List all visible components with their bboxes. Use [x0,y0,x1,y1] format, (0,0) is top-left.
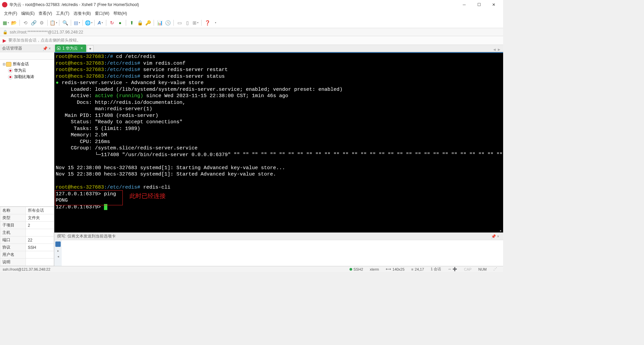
maximize-button[interactable]: ☐ [472,0,486,9]
history-button[interactable]: 🕓 [164,19,171,26]
compose-close-button[interactable]: × [496,234,500,239]
menu-window[interactable]: 窗口(W) [93,10,111,17]
menu-view[interactable]: 查看(V) [37,10,54,17]
prop-name-label: 名称 [0,207,26,214]
tab-num: 1 [62,46,65,51]
prop-proto-value: SSH [26,244,54,251]
panel-pin-button[interactable]: 📌 [43,46,47,51]
status-num: NUM [475,267,490,271]
lock-icon: 🔒 [3,30,8,34]
toolbar: ▦▾ 📂 ⟲ 🔗 ⚙ 📋▾ 🔍 ▤▾ 🌐▾ A▾ ↻ ● ⬆ 🔒 🔑 📊 🕓 ▭… [0,17,503,28]
status-cap: CAP [461,267,475,271]
status-pos: ≡ 24,17 [408,267,427,271]
panel-close-button[interactable]: × [47,46,52,51]
address-text: ssh://root:*************@121.37.96.248:2… [10,30,83,34]
session-manager-header: 会话管理器 📌 × [0,45,54,52]
prop-port-label: 端口 [0,236,26,244]
tab-close-button[interactable]: × [80,46,83,51]
session-manager-panel: 会话管理器 📌 × 🔍 ⊟ 所有会话 华为云 加勒比海涛 [0,45,54,266]
menu-file[interactable]: 文件(F) [2,10,19,17]
app-icon [2,2,7,7]
find-button[interactable]: 🔍 [61,19,69,26]
prop-desc-label: 说明 [0,259,26,266]
session-icon [8,75,13,79]
tab-next-button[interactable]: ► [497,47,501,52]
address-bar[interactable]: 🔒 ssh://root:*************@121.37.96.248… [0,28,503,36]
stats-button[interactable]: 📊 [156,19,163,26]
minimize-button[interactable]: ─ [457,0,472,9]
prop-desc-value [26,259,54,266]
layout1-button[interactable]: ▭ [176,19,183,26]
menu-tabs[interactable]: 选项卡(B) [71,10,93,17]
compose-send-button[interactable] [55,242,61,247]
menu-tools[interactable]: 工具(T) [54,10,71,17]
lock-button[interactable]: 🔒 [136,19,144,26]
more-button[interactable]: ▾ [212,19,219,26]
compose-area: ▸ ◂ [54,240,503,266]
tree-item-label: 华为云 [14,68,26,73]
window-title: 华为云 - root@hecs-327683: /etc/redis - Xsh… [9,2,457,8]
prop-name-value: 所有会话 [26,207,54,214]
session-manager-title: 会话管理器 [2,46,43,51]
session-icon [8,68,13,73]
new-session-button[interactable]: ▦▾ [2,19,9,26]
status-tray: ↔ ➕ [444,267,461,271]
compose-input[interactable] [62,240,503,266]
tab-nav: ◄ ► [492,47,503,52]
tab-label: 华为云 [66,46,78,51]
help-button[interactable]: ❓ [204,19,211,26]
tab-huawei[interactable]: ● 1 华为云 × [55,45,86,52]
properties-button[interactable]: ⚙ [38,19,45,26]
terminal[interactable]: root@hecs-327683:/# cd /etc/redis root@h… [54,52,503,232]
prop-sub-value: 2 [26,222,54,229]
status-resize-grip[interactable]: ⋰ [490,267,500,271]
font-button[interactable]: A▾ [97,19,104,26]
menubar: 文件(F) 编辑(E) 查看(V) 工具(T) 选项卡(B) 窗口(W) 帮助(… [0,9,503,17]
hint-text: 要添加当前会话，点击左侧的箭头按钮。 [8,38,81,43]
titlebar: 华为云 - root@hecs-327683: /etc/redis - Xsh… [0,0,503,9]
prop-host-label: 主机 [0,229,26,236]
tree-item-huawei[interactable]: 华为云 [1,67,53,74]
tree-root[interactable]: ⊟ 所有会话 [1,61,53,67]
open-button[interactable]: 📂 [10,19,17,26]
key-button[interactable]: 🔑 [144,19,152,26]
upload-button[interactable]: ⬆ [128,19,136,26]
tree-item-caribbean[interactable]: 加勒比海涛 [1,74,53,80]
globe-button[interactable]: 🌐▾ [85,19,92,26]
session-properties: 名称所有会话 类型文件夹 子项目2 主机 端口22 协议SSH 用户名 说明 [0,206,54,266]
reconnect-button[interactable]: ⟲ [22,19,29,26]
compose-history-next-button[interactable]: ▸ [57,249,59,253]
tab-status-icon: ● [57,47,60,50]
tab-prev-button[interactable]: ◄ [492,47,496,52]
annotation-text: 此时已经连接 [129,193,166,200]
prop-port-value: 22 [26,236,54,244]
session-tree[interactable]: ⊟ 所有会话 华为云 加勒比海涛 [0,60,54,206]
prop-host-value [26,229,54,236]
add-tab-button[interactable]: + [87,45,94,52]
view-button[interactable]: ▤▾ [73,19,80,26]
prop-type-label: 类型 [0,214,26,222]
menu-edit[interactable]: 编辑(E) [19,10,37,17]
compose-pin-button[interactable]: 📌 [491,234,496,239]
status-term: xterm [367,267,383,271]
hint-bar: ▶ 要添加当前会话，点击左侧的箭头按钮。 [0,36,503,45]
prop-type-value: 文件夹 [26,214,54,222]
layout3-button[interactable]: ⊞▾ [192,19,199,26]
compose-header: 撰写: 仅将文本发送到当前选项卡 📌 × [54,232,503,240]
status-size: ⟷ 140x25 [382,267,408,271]
disconnect-button[interactable]: 🔗 [30,19,37,26]
tab-bar: ● 1 华为云 × + ◄ ► [54,45,503,52]
prop-sub-label: 子项目 [0,222,26,229]
record-button[interactable]: ● [116,19,124,26]
session-search-input[interactable] [0,54,54,58]
statusbar: ssh://root@121.37.96.248:22 SSH2 xterm ⟷… [0,266,503,272]
refresh-button[interactable]: ↻ [108,19,116,26]
prop-proto-label: 协议 [0,244,26,251]
prop-user-value [26,251,54,259]
tree-item-label: 加勒比海涛 [14,74,34,80]
layout2-button[interactable]: ▯ [184,19,191,26]
close-button[interactable]: ✕ [486,0,501,9]
compose-history-prev-button[interactable]: ◂ [57,255,59,258]
copy-button[interactable]: 📋▾ [50,19,57,26]
menu-help[interactable]: 帮助(H) [111,10,129,17]
